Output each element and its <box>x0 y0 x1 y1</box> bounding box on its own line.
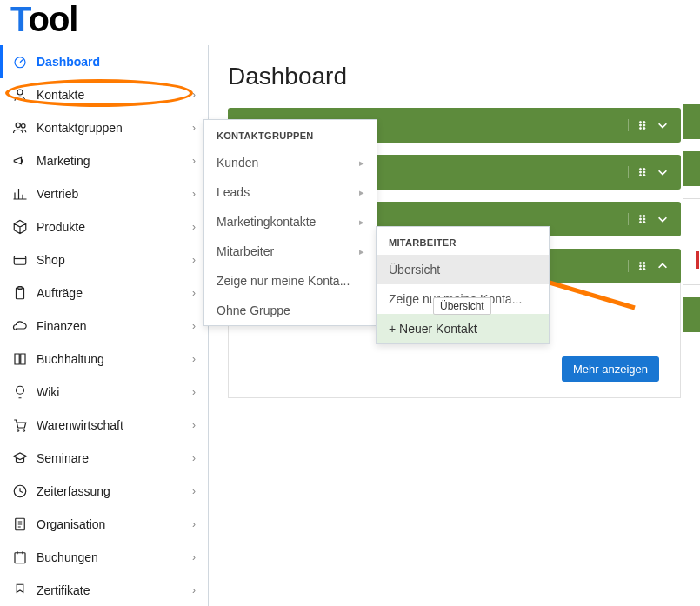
submenu-item-leads[interactable]: Leads▸ <box>204 177 377 207</box>
sidebar-item-marketing[interactable]: Marketing› <box>0 144 208 177</box>
right-panels-cropped <box>683 104 700 344</box>
cloud-icon <box>12 318 28 334</box>
clock-icon <box>12 483 28 499</box>
right-panel-header <box>683 104 700 139</box>
sidebar-item-kontakte[interactable]: Kontakte› <box>0 78 208 111</box>
submenu-item-label: + Neuer Kontakt <box>389 322 477 336</box>
submenu-item-kunden[interactable]: Kunden▸ <box>204 148 377 177</box>
kontaktgruppen-submenu: KONTAKTGRUPPEN Kunden▸Leads▸Marketingkon… <box>203 119 377 326</box>
chevron-right-icon: › <box>192 419 196 431</box>
chevron-right-icon: ▸ <box>359 157 364 169</box>
sidebar-item-label: Buchhaltung <box>37 352 104 366</box>
sidebar-item-wiki[interactable]: Wiki› <box>0 376 208 409</box>
clipboard-icon <box>12 285 28 301</box>
sidebar-item-dashboard[interactable]: Dashboard <box>0 45 208 78</box>
sidebar-item-label: Zeiterfassung <box>37 484 110 498</box>
svg-point-31 <box>639 262 641 263</box>
drag-icon[interactable] <box>637 260 650 272</box>
svg-point-13 <box>639 121 641 123</box>
svg-point-17 <box>643 124 645 126</box>
submenu-item-marketingkontakte[interactable]: Marketingkontakte▸ <box>204 207 377 236</box>
svg-point-3 <box>22 124 26 129</box>
right-panel-body <box>683 198 700 285</box>
bulb-icon <box>12 384 28 400</box>
submenu-item-label: Zeige nur meine Konta... <box>217 274 350 288</box>
submenu-item-ohnegruppe[interactable]: Ohne Gruppe <box>204 296 377 325</box>
chevron-right-icon: › <box>192 188 196 200</box>
svg-point-14 <box>639 124 641 126</box>
book-icon <box>12 351 28 367</box>
drag-icon[interactable] <box>637 119 650 131</box>
bars-icon <box>12 186 28 202</box>
sidebar-item-label: Zertifikate <box>37 583 90 597</box>
logo-ool: ool <box>28 0 77 38</box>
sidebar-item-aufträge[interactable]: Aufträge› <box>0 276 208 310</box>
chevron-up-icon[interactable] <box>657 260 669 272</box>
submenu-item-zeigenurmeinekonta[interactable]: Zeige nur meine Konta... <box>204 266 377 296</box>
submenu-header: MITARBEITER <box>377 227 549 255</box>
submenu-item-label: Kunden <box>217 156 258 170</box>
svg-point-32 <box>639 265 641 267</box>
sidebar-item-shop[interactable]: Shop› <box>0 243 208 276</box>
chevron-right-icon: › <box>192 518 196 530</box>
doc-icon <box>12 516 28 532</box>
submenu-item-label: Leads <box>217 185 250 199</box>
svg-point-18 <box>643 127 645 129</box>
submenu-header: KONTAKTGRUPPEN <box>204 120 377 148</box>
grad-icon <box>12 450 28 466</box>
app-logo: Tool <box>10 0 77 39</box>
chevron-down-icon[interactable] <box>657 166 669 178</box>
drag-icon[interactable] <box>637 213 650 225</box>
sidebar-item-produkte[interactable]: Produkte› <box>0 210 208 243</box>
sidebar-item-label: Warenwirtschaft <box>37 418 123 432</box>
svg-rect-4 <box>14 256 26 265</box>
sidebar-item-vertrieb[interactable]: Vertrieb› <box>0 177 208 210</box>
drag-icon[interactable] <box>637 166 650 178</box>
sidebar-item-buchungen[interactable]: Buchungen› <box>0 541 208 574</box>
chevron-down-icon[interactable] <box>657 119 669 131</box>
svg-point-23 <box>643 171 645 173</box>
user-icon <box>12 87 28 103</box>
sidebar-item-finanzen[interactable]: Finanzen› <box>0 310 208 343</box>
sidebar-item-label: Vertrieb <box>37 187 78 201</box>
sidebar-item-seminare[interactable]: Seminare› <box>0 442 208 475</box>
right-panel-header <box>683 297 700 332</box>
sidebar-item-label: Wiki <box>37 385 59 399</box>
panel-controls[interactable] <box>628 166 669 178</box>
sidebar-item-label: Aufträge <box>37 286 83 300</box>
svg-point-20 <box>639 171 641 173</box>
sidebar-item-zeiterfassung[interactable]: Zeiterfassung› <box>0 475 208 508</box>
svg-point-28 <box>643 215 645 216</box>
sidebar-item-zertifikate[interactable]: Zertifikate› <box>0 574 208 606</box>
submenu-item-mitarbeiter[interactable]: Mitarbeiter▸ <box>204 236 377 266</box>
panel-controls[interactable] <box>628 213 669 225</box>
chevron-right-icon: › <box>192 320 196 332</box>
chevron-right-icon: › <box>192 551 196 563</box>
submenu-item-neuerkontakt[interactable]: + Neuer Kontakt <box>377 314 549 343</box>
svg-point-19 <box>639 168 641 170</box>
sidebar-item-organisation[interactable]: Organisation› <box>0 508 208 541</box>
card-icon <box>12 252 28 268</box>
chevron-down-icon[interactable] <box>657 213 669 225</box>
sidebar-item-label: Produkte <box>37 220 85 234</box>
svg-point-25 <box>639 215 641 216</box>
submenu-item-label: Übersicht <box>389 263 440 276</box>
svg-point-7 <box>17 386 24 394</box>
svg-point-33 <box>639 268 641 270</box>
svg-point-8 <box>17 430 19 431</box>
svg-point-26 <box>639 218 641 220</box>
chevron-right-icon: › <box>192 353 196 365</box>
submenu-item-bersicht[interactable]: Übersicht <box>377 255 549 284</box>
panel-controls[interactable] <box>628 260 669 272</box>
sidebar-item-warenwirtschaft[interactable]: Warenwirtschaft› <box>0 409 208 442</box>
submenu-item-label: Marketingkontakte <box>217 215 316 229</box>
svg-point-9 <box>23 430 24 431</box>
mehr-anzeigen-button[interactable]: Mehr anzeigen <box>562 356 659 382</box>
panel-controls[interactable] <box>628 119 669 131</box>
sidebar-item-kontaktgruppen[interactable]: Kontaktgruppen› <box>0 111 208 144</box>
chevron-right-icon: › <box>192 89 196 101</box>
sidebar-item-label: Buchungen <box>37 550 98 564</box>
svg-point-36 <box>643 268 645 270</box>
sidebar-item-buchhaltung[interactable]: Buchhaltung› <box>0 343 208 376</box>
chevron-right-icon: › <box>192 155 196 167</box>
